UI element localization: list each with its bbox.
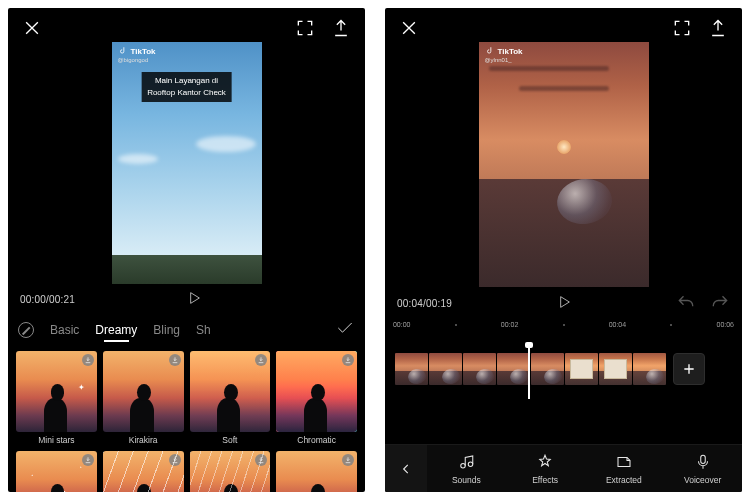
tab-more[interactable]: Sh <box>196 323 211 337</box>
playhead[interactable] <box>528 345 530 399</box>
ruler-tick: 00:04 <box>609 321 627 328</box>
effect-thumb[interactable] <box>276 351 357 432</box>
time-display: 00:00/00:21 <box>20 294 75 305</box>
tool-label: Voiceover <box>684 475 721 485</box>
effect-item[interactable]: Star Rain 2 <box>190 451 271 492</box>
confirm-icon[interactable] <box>335 318 355 341</box>
effect-label: Chromatic <box>276 435 357 445</box>
download-icon <box>169 454 181 466</box>
play-button[interactable] <box>75 290 313 308</box>
transport-bar: 00:00/00:21 <box>8 284 365 314</box>
timeline-frame[interactable] <box>531 353 564 385</box>
play-button[interactable] <box>452 294 676 312</box>
svg-rect-2 <box>700 455 705 463</box>
close-icon[interactable] <box>22 18 42 38</box>
timeline-frame[interactable] <box>429 353 462 385</box>
ruler-tick: 00:02 <box>501 321 519 328</box>
time-ruler[interactable]: 00:0000:0200:0400:06 <box>395 321 732 335</box>
effect-category-tabs: Basic Dreamy Bling Sh <box>8 314 365 343</box>
download-icon <box>255 454 267 466</box>
tab-dreamy[interactable]: Dreamy <box>95 323 137 337</box>
time-display: 00:04/00:19 <box>397 298 452 309</box>
effect-label: Kirakira <box>103 435 184 445</box>
tiktok-label: TikTok <box>131 47 156 56</box>
back-button[interactable] <box>385 445 427 492</box>
topbar <box>385 8 742 42</box>
ruler-tick: 00:00 <box>393 321 411 328</box>
tiktok-logo: TikTok <box>118 46 156 56</box>
bottom-toolbar: Sounds Effects Extracted Voiceover <box>385 444 742 492</box>
effects-grid: Mini starsKirakiraSoftChromaticStarscape… <box>8 343 365 492</box>
effect-item[interactable]: Soft <box>190 351 271 445</box>
effect-thumb[interactable] <box>16 351 97 432</box>
tab-basic[interactable]: Basic <box>50 323 79 337</box>
tool-effects[interactable]: Effects <box>506 445 585 492</box>
tiktok-label: TikTok <box>498 47 523 56</box>
effect-thumb[interactable] <box>103 351 184 432</box>
add-clip-button[interactable] <box>673 353 705 385</box>
topbar <box>8 8 365 42</box>
tiktok-user: @ylnn01_ <box>485 57 512 63</box>
effect-thumb[interactable] <box>103 451 184 492</box>
effect-thumb[interactable] <box>276 451 357 492</box>
effect-label: Mini stars <box>16 435 97 445</box>
download-icon <box>342 454 354 466</box>
timeline-frame[interactable] <box>599 353 632 385</box>
timeline-frame[interactable] <box>565 353 598 385</box>
editor-screen-timeline: TikTok @ylnn01_ 00:04/00:19 00:0000:0200… <box>385 8 742 492</box>
download-icon <box>342 354 354 366</box>
tab-bling[interactable]: Bling <box>153 323 180 337</box>
no-effect-icon[interactable] <box>18 322 34 338</box>
download-icon <box>82 454 94 466</box>
effect-item[interactable]: Starscape <box>16 451 97 492</box>
tool-label: Extracted <box>606 475 642 485</box>
tool-sounds[interactable]: Sounds <box>427 445 506 492</box>
video-caption: Main Layangan di Rooftop Kantor Check <box>141 72 232 102</box>
tool-extracted[interactable]: Extracted <box>585 445 664 492</box>
effect-item[interactable]: Chromatic <box>276 351 357 445</box>
redo-icon[interactable] <box>710 293 730 313</box>
export-icon[interactable] <box>331 18 351 38</box>
video-preview[interactable]: TikTok @bigongod Main Layangan di Roofto… <box>112 42 262 284</box>
timeline[interactable] <box>395 345 732 393</box>
effect-item[interactable]: Twinkle 1 <box>276 451 357 492</box>
tool-label: Effects <box>532 475 558 485</box>
tool-label: Sounds <box>452 475 481 485</box>
timeline-frame[interactable] <box>395 353 428 385</box>
download-icon <box>82 354 94 366</box>
export-icon[interactable] <box>708 18 728 38</box>
effect-thumb[interactable] <box>190 351 271 432</box>
timeline-frame[interactable] <box>463 353 496 385</box>
video-preview[interactable]: TikTok @ylnn01_ <box>479 42 649 287</box>
effect-item[interactable]: Mini stars <box>16 351 97 445</box>
svg-point-0 <box>461 464 466 469</box>
effect-item[interactable]: Star Rain 1 <box>103 451 184 492</box>
tiktok-logo: TikTok <box>485 46 523 56</box>
timeline-frame[interactable] <box>497 353 530 385</box>
fullscreen-icon[interactable] <box>295 18 315 38</box>
tiktok-user: @bigongod <box>118 57 149 63</box>
tool-voiceover[interactable]: Voiceover <box>663 445 742 492</box>
fullscreen-icon[interactable] <box>672 18 692 38</box>
effect-item[interactable]: Kirakira <box>103 351 184 445</box>
ruler-tick: 00:06 <box>716 321 734 328</box>
close-icon[interactable] <box>399 18 419 38</box>
effect-thumb[interactable] <box>16 451 97 492</box>
effect-label: Soft <box>190 435 271 445</box>
download-icon <box>169 354 181 366</box>
timeline-frame[interactable] <box>633 353 666 385</box>
transport-bar: 00:04/00:19 <box>385 287 742 319</box>
editor-screen-effects: TikTok @bigongod Main Layangan di Roofto… <box>8 8 365 492</box>
svg-point-1 <box>469 462 474 467</box>
effect-thumb[interactable] <box>190 451 271 492</box>
undo-icon[interactable] <box>676 293 696 313</box>
